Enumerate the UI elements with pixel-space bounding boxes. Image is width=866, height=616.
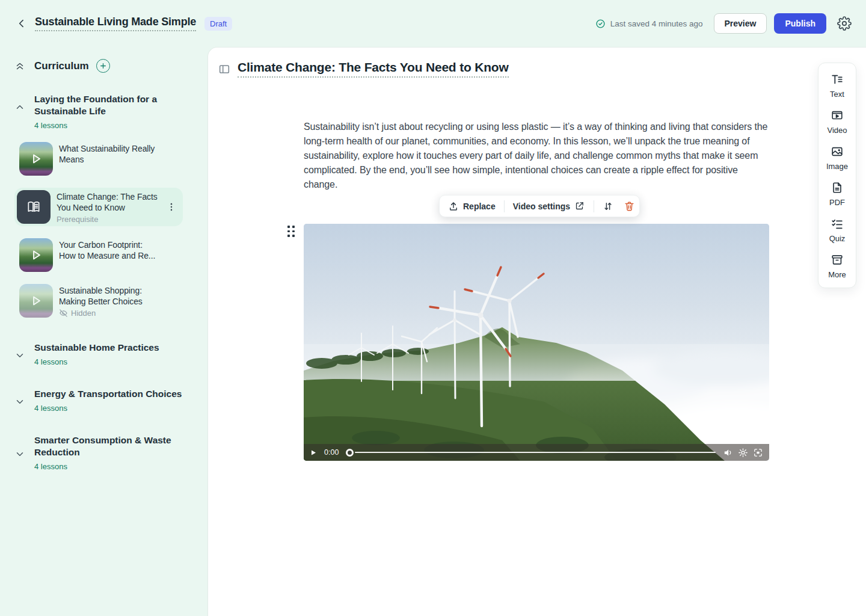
panel-toggle-icon[interactable] [218,63,231,76]
curriculum-title: Curriculum [34,60,89,72]
lesson-header: Climate Change: The Facts You Need to Kn… [218,60,854,78]
section-lesson-count: 4 lessons [34,357,159,366]
section-laying-the-foundation: Laying the Foundation for a Sustainable … [0,93,207,130]
section-title[interactable]: Sustainable Home Practices [34,342,159,354]
seek-track[interactable] [355,452,716,454]
block-label: Image [826,162,848,171]
external-link-icon [574,201,585,212]
replace-label: Replace [463,202,496,211]
seek-bar[interactable] [346,449,716,457]
publish-button[interactable]: Publish [774,13,826,34]
quiz-checklist-icon [831,217,844,230]
pdf-document-icon [831,181,844,194]
move-block-button[interactable] [600,201,616,212]
lesson-item-climate-change[interactable]: Climate Change: The Facts You Need to Kn… [14,188,183,226]
eye-off-icon [59,309,68,318]
video-control-bar: 0:00 [304,444,769,461]
lesson-hidden-badge: Hidden [59,309,161,318]
insert-quiz-button[interactable]: Quiz [829,217,846,243]
section-smarter-consumption: Smarter Consumption & Waste Reduction 4 … [0,434,207,471]
settings-gear-icon[interactable] [837,16,852,31]
section-lesson-count: 4 lessons [34,121,185,130]
lesson-list: What Sustainability Really Means Climate… [0,142,207,318]
play-icon [19,238,53,272]
section-title[interactable]: Laying the Foundation for a Sustainable … [34,93,185,117]
chevron-down-icon[interactable] [14,350,25,361]
autosave-status: Last saved 4 minutes ago [595,19,703,29]
hidden-label: Hidden [71,309,96,318]
player-settings-icon[interactable] [738,448,748,458]
play-icon [19,142,53,176]
lesson-prerequisite-badge: Prerequisite [57,215,159,224]
preview-button[interactable]: Preview [714,13,767,34]
lesson-kebab-menu-icon[interactable] [166,202,177,212]
block-drag-handle[interactable] [287,226,296,238]
section-sustainable-home: Sustainable Home Practices 4 lessons [0,342,207,366]
block-label: Video [827,126,847,135]
chevron-up-icon[interactable] [14,102,25,112]
volume-icon[interactable] [723,448,733,458]
chevron-left-icon [16,17,28,29]
image-icon [831,145,844,158]
insert-block-toolbar: Text Video Image PDF Quiz More [818,63,856,288]
video-block-toolbar: Replace Video settings [439,195,640,217]
chevron-down-icon[interactable] [14,449,25,460]
toolbar-divider [594,200,594,212]
add-section-button[interactable] [96,59,110,73]
block-label: More [828,270,846,279]
video-settings-button[interactable]: Video settings [511,201,588,212]
fullscreen-icon[interactable] [753,448,763,458]
collapse-all-icon[interactable] [14,61,25,72]
replace-video-button[interactable]: Replace [446,201,498,212]
insert-more-button[interactable]: More [828,253,846,279]
lesson-item-sustainable-shopping[interactable]: Sustainable Shopping: Making Better Choi… [19,284,207,318]
more-archive-icon [831,253,844,266]
section-title[interactable]: Energy & Transportation Choices [34,388,182,400]
section-lesson-count: 4 lessons [34,404,182,413]
reading-lesson-tile [17,190,51,224]
block-label: PDF [829,198,845,207]
play-button[interactable] [310,449,317,456]
video-preview-scene [304,224,769,461]
section-lesson-count: 4 lessons [34,462,185,471]
insert-text-button[interactable]: Text [830,73,844,99]
text-icon [831,73,844,86]
lesson-video-thumbnail [19,284,53,318]
lesson-title: Your Carbon Footprint: How to Measure an… [59,239,161,261]
video-settings-label: Video settings [513,202,570,211]
toolbar-divider [504,200,505,212]
curriculum-sidebar: Curriculum Laying the Foundation for a S… [0,47,207,616]
lesson-editor-panel: Climate Change: The Facts You Need to Kn… [207,47,866,616]
app-header: Sustainable Living Made Simple Draft Las… [0,0,866,47]
last-saved-text: Last saved 4 minutes ago [610,19,703,28]
curriculum-header: Curriculum [0,59,207,73]
chevron-down-icon[interactable] [14,396,25,407]
insert-pdf-button[interactable]: PDF [829,181,845,207]
back-button[interactable] [14,16,29,31]
open-book-icon [26,199,41,215]
plus-icon [99,62,107,70]
upload-icon [448,201,459,212]
lesson-item-carbon-footprint[interactable]: Your Carbon Footprint: How to Measure an… [19,238,207,272]
check-circle-icon [595,19,606,29]
video-player[interactable]: 0:00 [304,224,769,461]
lesson-intro-paragraph[interactable]: Sustainability isn’t just about recyclin… [304,120,770,192]
seek-handle[interactable] [346,449,354,457]
lesson-title: What Sustainability Really Means [59,143,161,165]
insert-image-button[interactable]: Image [826,145,848,171]
swap-vertical-icon [603,201,613,212]
status-badge: Draft [204,17,232,31]
course-title[interactable]: Sustainable Living Made Simple [35,16,196,31]
lesson-item-what-sustainability[interactable]: What Sustainability Really Means [19,142,207,176]
block-label: Text [830,90,844,99]
video-icon [831,109,844,122]
delete-block-button[interactable] [622,200,633,212]
insert-video-button[interactable]: Video [827,109,847,135]
section-title[interactable]: Smarter Consumption & Waste Reduction [34,434,185,458]
lesson-video-thumbnail [19,142,53,176]
play-icon [19,284,53,318]
block-label: Quiz [829,234,846,243]
lesson-title: Climate Change: The Facts You Need to Kn… [57,191,159,213]
playback-time: 0:00 [324,448,339,457]
lesson-page-title[interactable]: Climate Change: The Facts You Need to Kn… [238,60,509,78]
